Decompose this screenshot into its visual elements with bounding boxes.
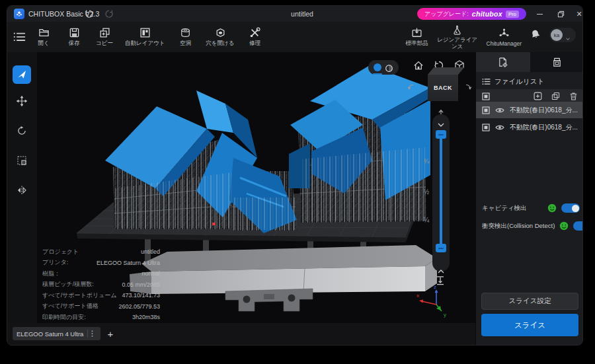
add-file-icon[interactable] [534, 92, 542, 100]
nav-cube-top-face[interactable] [428, 67, 464, 75]
chitumanager-button[interactable]: ChituManager [487, 28, 522, 47]
info-label: 積層ピッチ/積層数: [42, 280, 94, 289]
info-label: すべて/サポート価格 [42, 302, 99, 310]
open-label: 開く [38, 40, 49, 48]
printer-tab-bar: ELEGOO Saturn 4 Ultra + [7, 323, 475, 345]
pro-badge: Pro [506, 11, 519, 18]
move-tool-button[interactable] [13, 92, 31, 110]
copy-label: コピー [96, 40, 113, 48]
tab-file-settings[interactable] [476, 52, 530, 72]
file-row[interactable]: 不動院(春日)0618_分... [476, 119, 583, 135]
status-smiley-icon [547, 203, 557, 213]
panel-tabs [476, 52, 583, 72]
info-row: すべて/サポートボリューム473.10/141.73 [42, 290, 160, 301]
cavity-detect-toggle[interactable] [561, 203, 580, 213]
cavity-detect-row: キャビティ検出 [482, 201, 580, 215]
maximize-button[interactable] [555, 9, 567, 19]
add-printer-button[interactable]: + [104, 326, 117, 342]
file-list-title: ファイルリスト [495, 77, 544, 87]
dig-hole-label: 穴を開ける [206, 40, 235, 48]
resin-alliance-label: レジンアライアンス [436, 37, 479, 50]
dig-hole-button[interactable]: 穴を開ける [206, 27, 235, 48]
info-label: 印刷時間の目安: [42, 313, 86, 322]
printer-tab[interactable]: ELEGOO Saturn 4 Ultra [13, 327, 100, 340]
info-row: 樹脂：normal [42, 268, 160, 279]
axis-gizmo: z x y [414, 283, 456, 320]
viewport-3d[interactable]: BACK ¾ ½ ¼ [37, 52, 475, 324]
axis-z-label: z [434, 284, 436, 290]
printer-tab-menu-icon[interactable] [87, 330, 97, 338]
slider-lower-handle[interactable] [436, 244, 446, 252]
info-row: プロジェクトuntitled [42, 246, 160, 258]
repair-label: 修理 [249, 40, 260, 48]
standard-parts-button[interactable]: 標準部品 [406, 27, 428, 48]
file-checkbox[interactable] [482, 106, 490, 114]
repair-button[interactable]: 修理 [245, 27, 265, 48]
title-bar: CHITUBOX Basic V2.3 untitled アップグレード: ch… [7, 6, 582, 22]
delete-icon[interactable] [569, 92, 578, 100]
visibility-eye-icon[interactable] [495, 107, 504, 114]
layer-range-slider[interactable] [432, 114, 450, 272]
navigation-cube[interactable]: BACK [423, 67, 460, 104]
redo-icon[interactable] [104, 9, 114, 19]
nav-cube-front-face[interactable]: BACK [428, 75, 458, 101]
avatar: ka [551, 29, 563, 41]
info-label: プロジェクト [42, 248, 79, 256]
duplicate-icon[interactable] [551, 92, 560, 100]
file-row[interactable]: 不動院(春日)0618_分... [476, 102, 583, 118]
xray-view-icon[interactable] [385, 63, 393, 72]
project-info-panel: プロジェクトuntitled プリンタ:ELEGOO Saturn 4 Ultr… [42, 246, 160, 323]
cavity-detect-label: キャビティ検出 [482, 204, 543, 213]
standard-parts-label: 標準部品 [406, 40, 428, 48]
file-list-toolbar [476, 89, 583, 103]
base-slab-model[interactable] [130, 245, 437, 311]
scale-tool-button[interactable] [13, 151, 31, 170]
fraction-quarter: ¼ [418, 217, 429, 224]
save-button[interactable]: 保存 [64, 27, 84, 48]
info-value: 0.05 mm/2085 [122, 281, 160, 288]
info-label: プリンタ: [42, 258, 68, 267]
info-row: すべて/サポート価格2602.05/779.53 [42, 301, 160, 312]
fraction-three-quarters: ¾ [418, 158, 429, 165]
info-value: 3h20m38s [132, 314, 160, 320]
auto-layout-button[interactable]: 自動レイアウト [125, 27, 165, 48]
visibility-eye-icon[interactable] [495, 124, 504, 131]
copy-button[interactable]: コピー [95, 27, 114, 48]
orbit-right-arrow[interactable] [464, 83, 473, 92]
collision-detect-label: 衝突検出(Collision Detect) [482, 222, 555, 231]
orbit-left-arrow[interactable] [406, 83, 415, 92]
axis-y-label: y [444, 312, 446, 318]
tab-printer[interactable] [530, 52, 584, 72]
slider-track[interactable] [440, 138, 442, 244]
slice-settings-button[interactable]: スライス設定 [481, 293, 578, 310]
slider-chevron-down-icon[interactable] [438, 118, 444, 122]
resin-alliance-button[interactable]: レジンアライアンス [436, 24, 479, 50]
collision-detect-row: 衝突検出(Collision Detect) [482, 219, 580, 233]
slice-button[interactable]: スライス [481, 314, 578, 336]
info-value: 473.10/141.73 [122, 292, 160, 299]
solid-view-icon[interactable] [374, 63, 381, 71]
file-checkbox[interactable] [482, 124, 490, 131]
app-window: CHITUBOX Basic V2.3 untitled アップグレード: ch… [7, 5, 583, 346]
hollow-button[interactable]: 空洞 [176, 27, 196, 48]
rotate-tool-button[interactable] [13, 122, 31, 140]
open-button[interactable]: 開く [34, 27, 54, 48]
printer-tab-label: ELEGOO Saturn 4 Ultra [17, 330, 83, 338]
mirror-tool-button[interactable] [13, 181, 31, 200]
upgrade-label: アップグレード: [424, 10, 469, 18]
close-button[interactable]: ✕ [573, 9, 583, 19]
info-row: 印刷時間の目安:3h20m38s [42, 312, 160, 323]
minimize-button[interactable] [534, 9, 545, 19]
info-row: プリンタ:ELEGOO Saturn 4 Ultra [42, 258, 160, 269]
chevron-down-icon [565, 32, 571, 38]
status-smiley-icon [559, 221, 569, 231]
select-tool-button[interactable] [13, 65, 31, 84]
collision-detect-toggle[interactable] [573, 221, 583, 231]
account-menu[interactable]: ka [549, 28, 576, 42]
menu-icon[interactable] [13, 32, 26, 42]
notification-bell-icon[interactable] [530, 28, 541, 40]
slider-chevron-up-icon[interactable] [438, 264, 444, 268]
undo-icon[interactable] [84, 9, 95, 19]
upgrade-button[interactable]: アップグレード: chitubox Pro [417, 8, 526, 20]
select-all-checkbox[interactable] [482, 92, 490, 100]
